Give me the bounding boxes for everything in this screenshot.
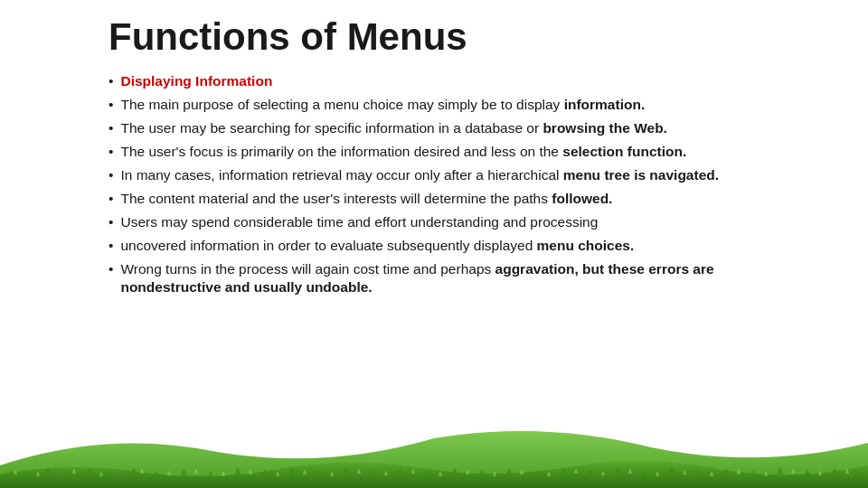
list-item: • The main purpose of selecting a menu c… <box>108 96 760 115</box>
list-item-text: The main purpose of selecting a menu cho… <box>120 96 760 115</box>
list-item-text: In many cases, information retrieval may… <box>120 166 760 185</box>
bullet-icon: • <box>108 166 113 185</box>
list-item: • In many cases, information retrieval m… <box>108 166 760 185</box>
list-item: • The content material and the user's in… <box>108 190 760 209</box>
list-item-text: The user may be searching for specific i… <box>120 119 760 138</box>
list-item-text: The content material and the user's inte… <box>120 190 760 209</box>
list-item: • The user may be searching for specific… <box>108 119 760 138</box>
bullet-icon: • <box>108 237 113 256</box>
slide-title: Functions of Menus <box>108 16 760 58</box>
slide: Functions of Menus • Displaying Informat… <box>0 0 868 488</box>
bullet-icon: • <box>108 96 113 115</box>
list-item-text: uncovered information in order to evalua… <box>120 237 760 256</box>
list-item: • Users may spend considerable time and … <box>108 213 760 232</box>
bullet-icon: • <box>108 190 113 209</box>
bullet-icon: • <box>108 213 113 232</box>
list-item: • uncovered information in order to eval… <box>108 237 760 256</box>
list-item-text: Displaying Information <box>120 72 760 91</box>
grass-decoration <box>0 420 868 488</box>
bullet-icon: • <box>108 119 113 138</box>
list-item: • Displaying Information <box>108 72 760 91</box>
bullet-icon: • <box>108 260 113 279</box>
bullet-icon: • <box>108 72 113 91</box>
content-list: • Displaying Information • The main purp… <box>108 72 760 297</box>
list-item-text: Users may spend considerable time and ef… <box>120 213 760 232</box>
list-item-text: Wrong turns in the process will again co… <box>120 260 760 298</box>
highlight-text: Displaying Information <box>120 73 272 89</box>
bullet-icon: • <box>108 143 113 162</box>
list-item: • The user's focus is primarily on the i… <box>108 143 760 162</box>
list-item: • Wrong turns in the process will again … <box>108 260 760 298</box>
list-item-text: The user's focus is primarily on the inf… <box>120 143 760 162</box>
